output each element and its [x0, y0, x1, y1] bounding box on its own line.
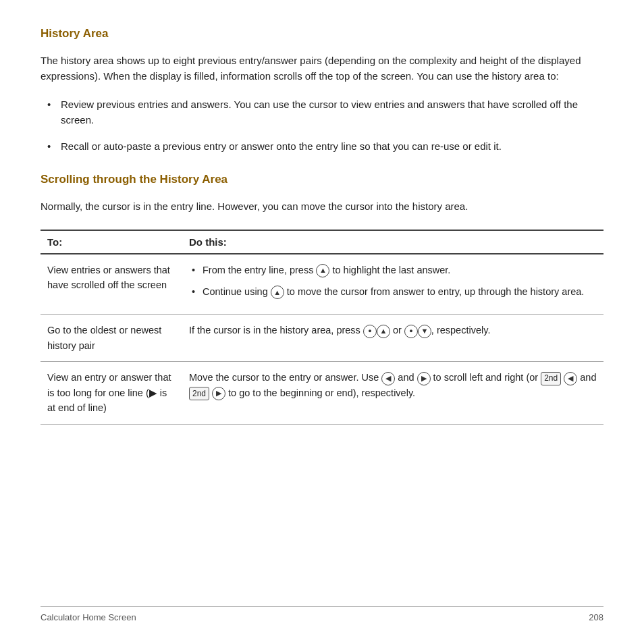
footer: Calculator Home Screen 208 — [41, 606, 603, 622]
or-text: or — [393, 325, 404, 336]
table-cell-to-1: View entries or answers that have scroll… — [41, 254, 182, 315]
up-arrow-icon-2: ▲ — [271, 286, 284, 299]
dot-circle-icon-1: ● — [363, 325, 377, 338]
bullet-item-1: Review previous entries and answers. You… — [41, 97, 603, 128]
up-circle-icon: ▲ — [377, 325, 390, 338]
table-row-2: Go to the oldest or newest history pair … — [41, 315, 603, 362]
table-cell-to-2: Go to the oldest or newest history pair — [41, 315, 182, 362]
2nd-key-2: 2nd — [189, 387, 209, 400]
table-cell-do-2: If the cursor is in the history area, pr… — [182, 315, 603, 362]
down-circle-icon: ▼ — [418, 325, 431, 338]
right-arrow-icon: ▶ — [417, 372, 431, 385]
scroll-intro-paragraph: Normally, the cursor is in the entry lin… — [41, 198, 603, 214]
section-title-history-area: History Area — [41, 27, 603, 41]
and-text-2: and — [580, 372, 596, 383]
and-text: and — [398, 372, 417, 383]
section-title-scrolling: Scrolling through the History Area — [41, 173, 603, 186]
table-cell-do-1: From the entry line, press ▲ to highligh… — [182, 254, 603, 315]
do-item-1a: From the entry line, press ▲ to highligh… — [189, 263, 597, 277]
table-row-3: View an entry or answer that is too long… — [41, 362, 603, 424]
2nd-key-1: 2nd — [541, 372, 561, 385]
table-cell-to-3: View an entry or answer that is too long… — [41, 362, 182, 424]
left-arrow-icon: ◀ — [381, 372, 395, 385]
bullet-list: Review previous entries and answers. You… — [41, 97, 603, 155]
right-arrow-icon-2: ▶ — [212, 387, 225, 400]
footer-page-number: 208 — [589, 612, 603, 622]
do-item-1b: Continue using ▲ to move the cursor from… — [189, 284, 597, 299]
dot-circle-icon-2: ● — [404, 325, 418, 338]
bullet-item-2: Recall or auto-paste a previous entry or… — [41, 138, 603, 154]
col-header-to: To: — [41, 230, 182, 254]
up-arrow-icon: ▲ — [316, 264, 329, 277]
table-cell-do-3: Move the cursor to the entry or answer. … — [182, 362, 603, 424]
col-header-do-this: Do this: — [182, 230, 603, 254]
table-row-1: View entries or answers that have scroll… — [41, 254, 603, 315]
scrolling-table: To: Do this: View entries or answers tha… — [41, 230, 603, 425]
intro-paragraph-1: The history area shows up to eight previ… — [41, 53, 603, 84]
footer-left-text: Calculator Home Screen — [41, 612, 136, 622]
left-arrow-icon-2: ◀ — [564, 372, 577, 385]
